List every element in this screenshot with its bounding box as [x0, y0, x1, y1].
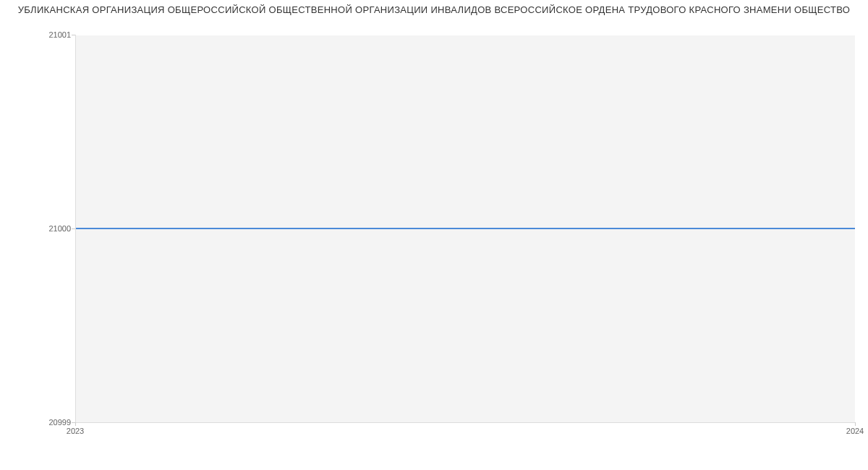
y-axis-line	[75, 35, 76, 422]
y-tick-mark	[72, 35, 75, 35]
y-tick-label: 21000	[48, 224, 71, 233]
line-series-0	[75, 228, 855, 229]
gridline-y-2	[75, 35, 855, 35]
x-tick-mark	[855, 422, 856, 426]
x-axis-line	[75, 422, 855, 423]
y-tick-label: 21001	[48, 30, 71, 39]
gridline-x-1	[855, 35, 856, 422]
x-tick-label: 2024	[846, 427, 864, 435]
x-tick-mark	[75, 422, 76, 426]
chart-title: УБЛИКАНСКАЯ ОРГАНИЗАЦИЯ ОБЩЕРОССИЙСКОЙ О…	[0, 0, 868, 18]
x-tick-label: 2023	[67, 427, 84, 435]
y-tick-mark	[72, 228, 75, 229]
y-tick-label: 20999	[48, 418, 71, 427]
plot-area	[75, 35, 855, 422]
